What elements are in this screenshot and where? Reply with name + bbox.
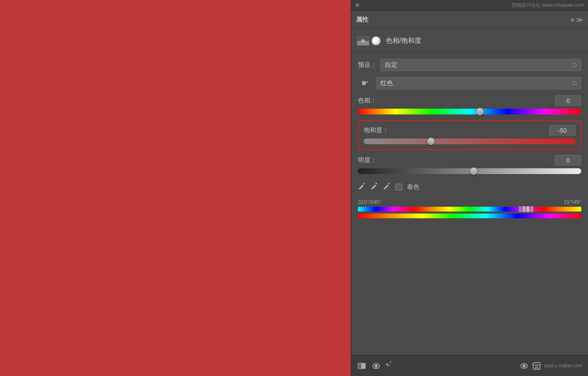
lightness-value-input[interactable]: 0 <box>555 155 581 165</box>
watermark-text: 思锐设计论坛 www.missyuan.com <box>512 2 584 9</box>
visibility-icon[interactable] <box>371 361 381 371</box>
saturation-header: 饱和度： -50 <box>364 125 576 136</box>
svg-point-7 <box>523 364 526 367</box>
panel-menu-icon[interactable]: ≡ ≫ <box>570 16 583 24</box>
hue-label: 色相： <box>358 96 377 105</box>
saturation-slider-track[interactable] <box>364 138 576 144</box>
preset-label: 预设： <box>358 61 377 69</box>
hue-header: 色相： 0 <box>358 95 581 106</box>
range-handle-2[interactable] <box>523 206 526 212</box>
hue-slider-thumb[interactable] <box>476 108 484 115</box>
range-labels-row: 315°/345° 15°\45° <box>358 199 581 205</box>
properties-panel: ✕ 思锐设计论坛 www.missyuan.com 属性 ≡ ≫ ▤ 色相/饱和… <box>351 0 588 376</box>
range-label-right: 15°\45° <box>564 199 581 205</box>
channel-value: 红色 <box>380 79 393 88</box>
eyedropper2-icon[interactable]: + <box>370 182 378 192</box>
lightness-label: 明度： <box>358 156 377 164</box>
close-button[interactable]: ✕ <box>355 2 360 8</box>
svg-rect-3 <box>361 363 366 369</box>
lightness-slider-thumb[interactable] <box>470 167 478 175</box>
eyedropper1-icon[interactable] <box>358 182 366 192</box>
saturation-label: 饱和度： <box>364 126 389 135</box>
layer-thumbnail-icon: ▤ <box>357 36 369 46</box>
layer-section: ▤ 色相/饱和度 <box>351 29 588 53</box>
saturation-value-input[interactable]: -50 <box>549 125 576 136</box>
toolbar-right: post.o maker.com <box>519 361 582 371</box>
toolbar-left <box>357 361 395 371</box>
store-icon[interactable] <box>532 361 541 371</box>
panel-header: 属性 ≡ ≫ <box>351 11 588 29</box>
channel-dropdown[interactable]: 红色 ⬡ <box>376 77 581 89</box>
hue-value-input[interactable]: 0 <box>555 95 581 106</box>
preset-arrow-icon: ⬡ <box>572 62 577 68</box>
color-range-section: 315°/345° 15°\45° <box>358 199 581 218</box>
saturation-slider-thumb[interactable] <box>427 138 435 145</box>
undo-icon[interactable] <box>386 361 395 371</box>
preset-row: 预设： 自定 ⬡ <box>358 59 581 71</box>
saturation-section: 饱和度： -50 <box>358 120 581 150</box>
lightness-header: 明度： 0 <box>358 155 581 165</box>
channel-arrow-icon: ⬡ <box>572 80 577 87</box>
svg-point-5 <box>375 364 378 367</box>
top-bar: ✕ 思锐设计论坛 www.missyuan.com <box>351 0 588 11</box>
lightness-slider-track[interactable] <box>358 168 581 174</box>
eyedropper3-icon[interactable]: - <box>383 182 391 192</box>
range-handle-4[interactable] <box>530 206 533 212</box>
colorize-checkbox[interactable] <box>395 184 402 190</box>
lightness-section: 明度： 0 <box>358 155 581 175</box>
add-mask-icon[interactable] <box>357 361 367 371</box>
preset-dropdown[interactable]: 自定 ⬡ <box>380 59 581 71</box>
panel-content: 预设： 自定 ⬡ ☛ 红色 ⬡ 色相： 0 <box>351 53 588 355</box>
range-handle-1[interactable] <box>519 206 522 212</box>
layer-title-text: 色相/饱和度 <box>386 37 421 45</box>
bottom-toolbar: post.o maker.com <box>351 355 588 376</box>
post-label: post.o maker.com <box>544 363 582 368</box>
spectrum-bar-bottom <box>358 213 581 218</box>
spectrum-bar-top <box>358 207 581 212</box>
range-handle-3[interactable] <box>527 206 529 212</box>
svg-text:+: + <box>375 182 377 185</box>
hue-section: 色相： 0 <box>358 95 581 115</box>
range-label-left: 315°/345° <box>358 199 381 205</box>
hue-slider-track[interactable] <box>358 109 581 114</box>
tools-row: + - 着色 <box>358 182 581 192</box>
eye-settings-icon[interactable] <box>519 361 529 371</box>
top-spectrum-bar-container <box>358 207 581 212</box>
layer-mask-icon <box>371 36 381 46</box>
range-handles <box>519 206 533 212</box>
panel-title: 属性 <box>356 15 368 24</box>
canvas <box>0 0 351 376</box>
colorize-label: 着色 <box>407 183 419 191</box>
hand-tool-icon[interactable]: ☛ <box>358 76 372 90</box>
preset-value: 自定 <box>385 61 397 69</box>
channel-row: ☛ 红色 ⬡ <box>358 76 581 90</box>
